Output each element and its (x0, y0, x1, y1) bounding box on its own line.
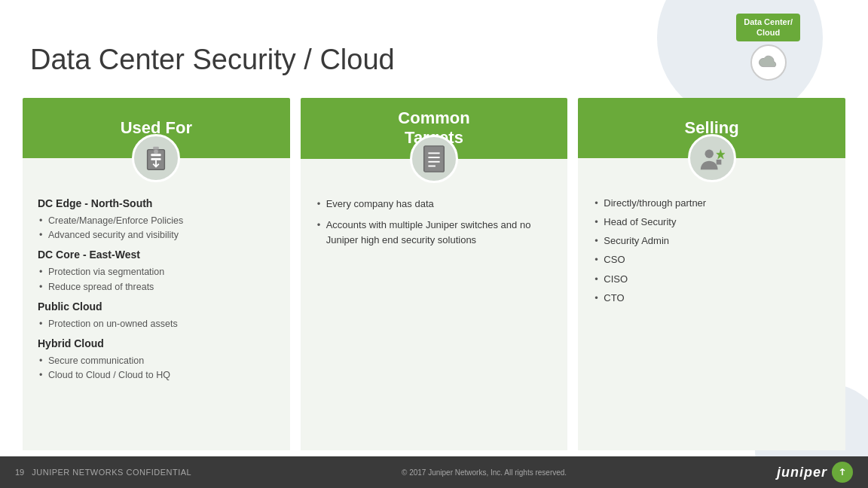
svg-rect-5 (154, 147, 160, 150)
person-star-icon (698, 144, 726, 172)
list-item: CISO (593, 272, 830, 287)
document-icon (420, 145, 448, 173)
cloud-icon (758, 52, 779, 73)
col-header-common-targets: CommonTargets (301, 98, 568, 159)
list-item: Secure communication (38, 354, 275, 368)
svg-point-4 (154, 150, 158, 154)
list-item: Accounts with multiple Juniper switches … (316, 218, 553, 248)
badge-line1: Data Center/ (744, 17, 793, 26)
used-for-title-hybrid-cloud: Hybrid Cloud (38, 336, 275, 352)
footer-logo: juniper (777, 462, 853, 483)
selling-bullets: Directly/through partner Head of Securit… (593, 196, 830, 306)
list-item: Advanced security and visibility (38, 228, 275, 242)
svg-rect-6 (424, 146, 445, 172)
used-for-section-public-cloud: Public Cloud Protection on un-owned asse… (38, 299, 275, 331)
footer-left: 19 JUNIPER NETWORKS CONFIDENTIAL (15, 468, 191, 477)
list-item: Reduce spread of threats (38, 280, 275, 294)
column-selling: Selling Directly/through partner Head of… (578, 98, 845, 450)
svg-rect-1 (151, 154, 161, 156)
svg-rect-13 (716, 160, 721, 165)
footer-confidential: JUNIPER NETWORKS CONFIDENTIAL (32, 468, 191, 477)
download-icon (142, 144, 170, 172)
list-item: Directly/through partner (593, 196, 830, 211)
page-title: Data Center Security / Cloud (30, 44, 395, 76)
used-for-section-hybrid-cloud: Hybrid Cloud Secure communication Cloud … (38, 336, 275, 383)
common-targets-icon-circle (410, 135, 458, 183)
list-item: Every company has data (316, 197, 553, 212)
selling-icon-circle (688, 134, 736, 182)
list-item: Cloud to Cloud / Cloud to HQ (38, 368, 275, 383)
badge-box: Data Center/ Cloud (736, 14, 800, 41)
list-item: Protection via segmentation (38, 265, 275, 279)
col-body-common-targets: Every company has data Accounts with mul… (301, 159, 568, 450)
svg-marker-12 (716, 150, 724, 159)
footer-page-number: 19 (15, 468, 24, 477)
list-item: Security Admin (593, 233, 830, 249)
footer-logo-text: juniper (777, 465, 827, 480)
badge-container: Data Center/ Cloud (736, 14, 800, 81)
footer: 19 JUNIPER NETWORKS CONFIDENTIAL © 2017 … (0, 456, 868, 488)
main-content: Used For DC Edge - North-South (23, 98, 845, 450)
svg-rect-2 (151, 158, 161, 160)
used-for-bullets-public-cloud: Protection on un-owned assets (38, 317, 275, 331)
used-for-section-dc-edge: DC Edge - North-South Create/Manage/Enfo… (38, 196, 275, 242)
used-for-title-dc-edge: DC Edge - North-South (38, 196, 275, 212)
used-for-bullets-hybrid-cloud: Secure communication Cloud to Cloud / Cl… (38, 354, 275, 383)
list-item: Head of Security (593, 215, 830, 230)
list-item: Create/Manage/Enforce Policies (38, 214, 275, 228)
common-targets-bullets: Every company has data Accounts with mul… (316, 197, 553, 248)
footer-logo-circle (832, 462, 853, 483)
used-for-title-public-cloud: Public Cloud (38, 299, 275, 316)
column-used-for: Used For DC Edge - North-South (23, 98, 290, 450)
footer-copyright: © 2017 Juniper Networks, Inc. All rights… (402, 468, 567, 477)
badge-line2: Cloud (756, 28, 780, 37)
column-common-targets: CommonTargets Every company has data Acc (301, 98, 568, 450)
used-for-icon-circle (132, 134, 180, 182)
col-header-selling: Selling (578, 98, 845, 158)
svg-point-11 (704, 150, 713, 158)
list-item: Protection on un-owned assets (38, 317, 275, 331)
col-body-selling: Directly/through partner Head of Securit… (578, 158, 845, 450)
list-item: CTO (593, 291, 830, 306)
juniper-logo-icon (836, 466, 848, 478)
used-for-section-dc-core: DC Core - East-West Protection via segme… (38, 247, 275, 294)
used-for-title-dc-core: DC Core - East-West (38, 247, 275, 264)
list-item: CSO (593, 252, 830, 267)
badge-icon-circle (750, 44, 787, 81)
col-body-used-for: DC Edge - North-South Create/Manage/Enfo… (23, 158, 290, 450)
used-for-bullets-dc-core: Protection via segmentation Reduce sprea… (38, 265, 275, 294)
used-for-bullets-dc-edge: Create/Manage/Enforce Policies Advanced … (38, 214, 275, 243)
col-header-used-for: Used For (23, 98, 290, 158)
